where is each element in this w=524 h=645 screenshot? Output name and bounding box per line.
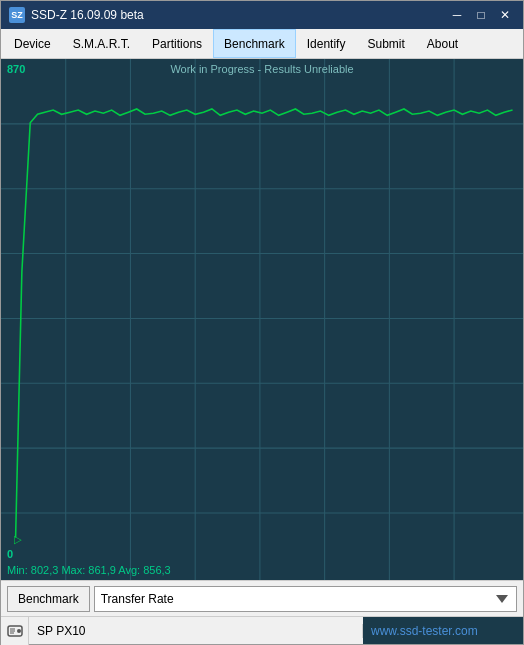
- title-bar-left: SZ SSD-Z 16.09.09 beta: [9, 7, 144, 23]
- svg-point-16: [17, 629, 21, 633]
- status-icon: [1, 617, 29, 645]
- menu-item-about[interactable]: About: [416, 29, 469, 58]
- close-button[interactable]: ✕: [495, 6, 515, 24]
- status-bar: SP PX10 www.ssd-tester.com: [1, 616, 523, 644]
- maximize-button[interactable]: □: [471, 6, 491, 24]
- menu-item-submit[interactable]: Submit: [356, 29, 415, 58]
- website-label: www.ssd-tester.com: [363, 617, 523, 644]
- drive-icon: [7, 623, 23, 639]
- svg-text:▷: ▷: [14, 533, 23, 545]
- chart-svg: ▷: [1, 59, 523, 580]
- app-icon: SZ: [9, 7, 25, 23]
- app-window: SZ SSD-Z 16.09.09 beta ─ □ ✕ DeviceS.M.A…: [0, 0, 524, 645]
- title-controls: ─ □ ✕: [447, 6, 515, 24]
- menu-bar: DeviceS.M.A.R.T.PartitionsBenchmarkIdent…: [1, 29, 523, 59]
- benchmark-button[interactable]: Benchmark: [7, 586, 90, 612]
- minimize-button[interactable]: ─: [447, 6, 467, 24]
- menu-item-identify[interactable]: Identify: [296, 29, 357, 58]
- window-title: SSD-Z 16.09.09 beta: [31, 8, 144, 22]
- metric-dropdown[interactable]: Transfer RateIOPSLatency: [94, 586, 517, 612]
- title-bar: SZ SSD-Z 16.09.09 beta ─ □ ✕: [1, 1, 523, 29]
- chart-value-bottom: 0: [7, 548, 13, 560]
- menu-item-benchmark[interactable]: Benchmark: [213, 29, 296, 58]
- drive-name: SP PX10: [29, 624, 363, 638]
- menu-item-smart[interactable]: S.M.A.R.T.: [62, 29, 141, 58]
- toolbar: Benchmark Transfer RateIOPSLatency: [1, 580, 523, 616]
- chart-stats: Min: 802,3 Max: 861,9 Avg: 856,3: [7, 564, 171, 576]
- menu-item-device[interactable]: Device: [3, 29, 62, 58]
- chart-area: 870 Work in Progress - Results Unreliabl…: [1, 59, 523, 580]
- chart-title: Work in Progress - Results Unreliable: [1, 63, 523, 75]
- menu-item-partitions[interactable]: Partitions: [141, 29, 213, 58]
